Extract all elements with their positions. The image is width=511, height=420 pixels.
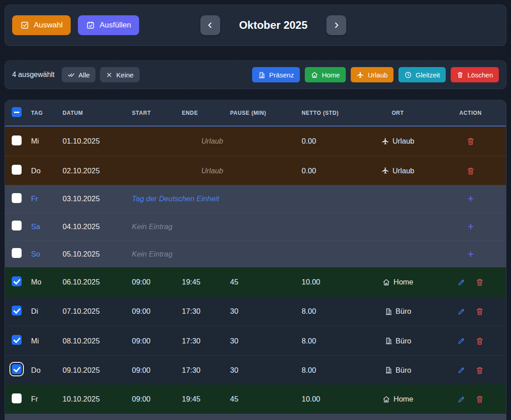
day-label: Di bbox=[27, 307, 58, 316]
date-label: 10.10.2025 bbox=[58, 395, 127, 403]
date-label: 07.10.2025 bbox=[58, 307, 127, 316]
column-header-ort: ORT bbox=[361, 110, 435, 116]
row-checkbox[interactable] bbox=[12, 306, 22, 316]
start-value: 09:00 bbox=[127, 366, 177, 375]
edit-row-button[interactable] bbox=[457, 365, 466, 375]
date-label: 01.10.2025 bbox=[58, 137, 127, 145]
date-label: 02.10.2025 bbox=[58, 167, 127, 175]
date-label: 05.10.2025 bbox=[58, 250, 127, 258]
add-entry-button[interactable] bbox=[466, 194, 476, 204]
column-header-ende: ENDE bbox=[177, 110, 226, 116]
ort-label: Urlaub bbox=[393, 167, 415, 175]
row-checkbox[interactable] bbox=[12, 165, 22, 175]
column-header-datum: DATUM bbox=[58, 110, 127, 116]
next-month-button[interactable] bbox=[326, 15, 346, 35]
pause-value: 30 bbox=[226, 307, 297, 316]
home-button[interactable]: Home bbox=[305, 67, 346, 82]
netto-value: 10.00 bbox=[297, 278, 361, 286]
edit-row-button[interactable] bbox=[457, 336, 466, 346]
row-checkbox[interactable] bbox=[12, 193, 22, 203]
gleitzeit-label: Gleitzeit bbox=[416, 71, 440, 79]
selected-count: 4 ausgewählt bbox=[12, 71, 54, 79]
table-row: Fr 03.10.2025 Tag der Deutschen Einheit bbox=[5, 185, 506, 212]
row-checkbox[interactable] bbox=[12, 335, 22, 345]
month-navigation: Oktober 2025 bbox=[200, 15, 346, 35]
ort-cell: Home bbox=[361, 278, 435, 286]
ort-cell: Büro bbox=[361, 337, 435, 345]
end-value: 19:45 bbox=[177, 278, 226, 286]
delete-row-button[interactable] bbox=[475, 365, 485, 375]
end-value: 17:30 bbox=[177, 366, 226, 375]
edit-row-button[interactable] bbox=[457, 394, 466, 404]
ort-label: Home bbox=[393, 395, 413, 403]
delete-row-button[interactable] bbox=[475, 336, 485, 346]
chevron-left-icon bbox=[206, 21, 215, 30]
delete-row-button[interactable] bbox=[466, 166, 476, 176]
pause-value: 30 bbox=[226, 337, 297, 345]
building-icon bbox=[258, 71, 266, 79]
loeschen-label: Löschen bbox=[467, 71, 493, 79]
column-header-start: START bbox=[127, 110, 177, 116]
day-label: Do bbox=[27, 366, 58, 375]
entry-label: Tag der Deutschen Einheit bbox=[127, 194, 361, 203]
edit-row-button[interactable] bbox=[457, 307, 466, 316]
plane-icon bbox=[381, 137, 389, 145]
netto-value: 8.00 bbox=[297, 337, 361, 345]
delete-row-button[interactable] bbox=[466, 136, 476, 146]
entry-label: Kein Eintrag bbox=[127, 222, 361, 231]
row-checkbox[interactable] bbox=[12, 276, 22, 286]
timesheet-table: TAG DATUM START ENDE PAUSE (MIN) NETTO (… bbox=[5, 100, 506, 420]
select-all-checkbox[interactable] bbox=[12, 107, 22, 117]
column-header-pause: PAUSE (MIN) bbox=[226, 110, 297, 116]
delete-row-button[interactable] bbox=[475, 277, 485, 287]
entry-label: Urlaub bbox=[127, 167, 297, 175]
table-row: Fr 10.10.2025 09:00 19:45 45 10.00 Home bbox=[5, 384, 506, 414]
gleitzeit-button[interactable]: Gleitzeit bbox=[398, 67, 446, 82]
ort-cell: Büro bbox=[361, 366, 435, 375]
day-label: Mi bbox=[27, 337, 58, 345]
netto-value: 8.00 bbox=[297, 307, 361, 316]
ort-label: Home bbox=[393, 278, 413, 286]
month-toolbar: Auswahl Ausfüllen Oktober 2025 bbox=[5, 5, 506, 46]
loeschen-button[interactable]: Löschen bbox=[451, 67, 499, 82]
add-entry-button[interactable] bbox=[466, 249, 476, 259]
row-checkbox[interactable] bbox=[12, 248, 22, 258]
home-icon bbox=[382, 395, 390, 403]
previous-month-button[interactable] bbox=[200, 15, 220, 35]
netto-value: 0.00 bbox=[297, 137, 361, 145]
building-icon bbox=[384, 337, 393, 345]
start-value: 09:00 bbox=[127, 307, 177, 316]
row-checkbox[interactable] bbox=[12, 135, 22, 145]
row-checkbox[interactable] bbox=[12, 221, 22, 230]
end-value: 17:30 bbox=[177, 337, 226, 345]
ort-cell: Urlaub bbox=[361, 167, 435, 175]
add-entry-button[interactable] bbox=[466, 221, 476, 232]
start-value: 09:00 bbox=[127, 278, 177, 286]
row-checkbox[interactable] bbox=[12, 364, 22, 374]
select-none-button[interactable]: Keine bbox=[100, 67, 139, 82]
trash-icon bbox=[457, 71, 464, 78]
day-label: Do bbox=[27, 167, 58, 175]
day-label: Mi bbox=[27, 137, 58, 145]
ort-cell: Büro bbox=[361, 307, 435, 316]
delete-row-button[interactable] bbox=[475, 394, 485, 404]
delete-row-button[interactable] bbox=[475, 306, 485, 316]
row-checkbox[interactable] bbox=[12, 393, 22, 403]
day-label: Fr bbox=[27, 395, 58, 403]
x-icon bbox=[106, 72, 113, 78]
table-header-row: TAG DATUM START ENDE PAUSE (MIN) NETTO (… bbox=[5, 100, 506, 126]
edit-row-button[interactable] bbox=[457, 277, 466, 287]
ausfuellen-button[interactable]: Ausfüllen bbox=[78, 15, 139, 35]
auswahl-label: Auswahl bbox=[34, 21, 63, 30]
ort-cell: Urlaub bbox=[361, 137, 435, 145]
urlaub-button[interactable]: Urlaub bbox=[351, 67, 393, 82]
netto-value: 10.00 bbox=[297, 395, 361, 403]
chevron-right-icon bbox=[332, 21, 341, 30]
praesenz-button[interactable]: Präsenz bbox=[252, 67, 300, 82]
home-icon bbox=[382, 278, 390, 286]
select-all-button[interactable]: Alle bbox=[62, 67, 95, 82]
column-header-netto: NETTO (STD) bbox=[297, 110, 361, 116]
auswahl-button[interactable]: Auswahl bbox=[12, 15, 71, 35]
ausfuellen-label: Ausfüllen bbox=[99, 21, 131, 30]
ort-label: Büro bbox=[396, 307, 412, 316]
